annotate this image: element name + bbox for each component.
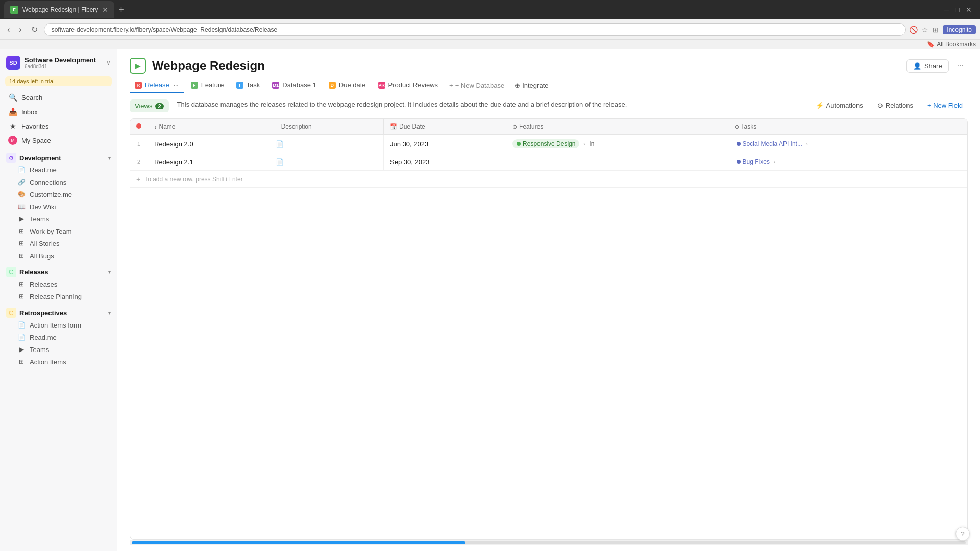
sidebar-item-favorites[interactable]: ★ Favorites [2, 119, 115, 133]
sidebar-item-all-bugs[interactable]: ⊞ All Bugs [2, 249, 115, 262]
tab-database1[interactable]: D1 Database 1 [267, 78, 322, 93]
layout-icon[interactable]: ⊞ [933, 26, 939, 34]
sidebar-item-all-stories[interactable]: ⊞ All Stories [2, 237, 115, 249]
due-date-icon: 📅 [390, 123, 397, 130]
address-bar[interactable]: software-development.fibery.io/fibery/sp… [44, 23, 906, 36]
teams-dev-icon: ▶ [17, 215, 26, 223]
workspace-name: Software Development [24, 56, 102, 64]
col-indicator [130, 119, 148, 135]
sidebar-item-teams-retro[interactable]: ▶ Teams [2, 343, 115, 356]
tab-task[interactable]: T Task [231, 78, 265, 93]
scrollbar-thumb[interactable] [132, 541, 465, 544]
integrate-button[interactable]: ⊕ Integrate [510, 79, 552, 92]
row-1-tasks[interactable]: Social Media API Int... › [728, 135, 967, 153]
tasks-arrow-2[interactable]: › [774, 159, 775, 165]
db-tools: ⚡ Automations ⊙ Relations + New Field [811, 99, 968, 111]
more-options-button[interactable]: ··· [953, 59, 968, 73]
sidebar-item-readme-retro[interactable]: 📄 Read.me [2, 331, 115, 343]
social-media-task-tag: Social Media API Int... [734, 139, 804, 148]
horizontal-scrollbar[interactable] [130, 540, 968, 545]
browser-tab-active[interactable]: F Webpage Redesign | Fibery ✕ [4, 1, 114, 18]
responsive-design-tag: Responsive Design [512, 139, 579, 148]
reload-button[interactable]: ↻ [28, 22, 41, 36]
sidebar-item-inbox[interactable]: 📥 Inbox [2, 105, 115, 119]
url-text: software-development.fibery.io/fibery/sp… [52, 26, 899, 33]
tab-title: Webpage Redesign | Fibery [22, 6, 98, 13]
sidebar-item-releases[interactable]: ⊞ Releases [2, 278, 115, 290]
views-button[interactable]: Views 2 [130, 99, 169, 112]
features-icon: ⊙ [512, 123, 517, 130]
close-window-button[interactable]: ✕ [966, 6, 972, 14]
tab-bar: R Release ··· F Feature T Task D1 Databa… [117, 74, 980, 93]
browser-tabs: F Webpage Redesign | Fibery ✕ + ─ □ ✕ [0, 0, 980, 19]
back-button[interactable]: ‹ [4, 23, 13, 36]
col-due-date: 📅 Due Date [384, 119, 506, 135]
add-row-hint-text: To add a new row, press Shift+Enter [144, 176, 242, 183]
features-arrow[interactable]: › [583, 141, 585, 147]
my-space-icon: M [8, 136, 17, 145]
close-tab-icon[interactable]: ✕ [102, 6, 108, 14]
sidebar-item-customize[interactable]: 🎨 Customize.me [2, 188, 115, 201]
release-tab-dots[interactable]: ··· [174, 82, 179, 89]
bookmarks-bar: 🔖 All Bookmarks [0, 40, 980, 49]
add-row-hint-row[interactable]: + To add a new row, press Shift+Enter [130, 171, 967, 188]
sidebar-item-readme-dev[interactable]: 📄 Read.me [2, 164, 115, 176]
tasks-arrow-1[interactable]: › [806, 141, 808, 147]
minimize-button[interactable]: ─ [944, 6, 949, 14]
row-2-num: 2 [130, 153, 148, 171]
tab-due-date[interactable]: D Due date [324, 78, 371, 93]
page-icon-button[interactable]: ▶ [130, 58, 146, 74]
bookmark-icon[interactable]: ☆ [922, 26, 928, 34]
new-database-plus-icon: + [449, 82, 453, 89]
sidebar-item-action-items[interactable]: ⊞ Action Items [2, 356, 115, 368]
data-table: ↕ Name ≡ Description [130, 118, 968, 540]
browser-nav: ‹ › ↻ software-development.fibery.io/fib… [0, 19, 980, 40]
help-button[interactable]: ? [955, 527, 970, 541]
sidebar-item-my-space[interactable]: M My Space [2, 133, 115, 147]
share-button[interactable]: 👤 Share [906, 59, 949, 73]
content-area: Views 2 This database manages the releas… [117, 93, 980, 551]
product-reviews-tab-icon: PR [378, 82, 385, 89]
sidebar-item-dev-wiki[interactable]: 📖 Dev Wiki [2, 201, 115, 213]
sidebar-item-action-items-form[interactable]: 📄 Action Items form [2, 319, 115, 331]
row-2-description[interactable]: 📄 [270, 153, 384, 171]
camera-off-icon[interactable]: 🚫 [909, 26, 918, 34]
sidebar-item-connections[interactable]: 🔗 Connections [2, 176, 115, 188]
new-tab-button[interactable]: + [116, 3, 126, 17]
tab-release[interactable]: R Release ··· [130, 78, 184, 93]
section-header-development[interactable]: ⚙ Development ▾ [0, 149, 117, 164]
row-2-tasks[interactable]: Bug Fixes › [728, 153, 967, 171]
table-header-row: ↕ Name ≡ Description [130, 119, 967, 135]
readme-dev-icon: 📄 [17, 166, 26, 174]
retrospectives-chevron-icon: ▾ [108, 310, 111, 316]
sidebar-item-teams-dev[interactable]: ▶ Teams [2, 213, 115, 225]
forward-button[interactable]: › [16, 23, 24, 36]
browser-chrome: F Webpage Redesign | Fibery ✕ + ─ □ ✕ ‹ … [0, 0, 980, 49]
row-1-description[interactable]: 📄 [270, 135, 384, 153]
row-1-features[interactable]: Responsive Design › In [506, 135, 728, 153]
sidebar-item-work-by-team[interactable]: ⊞ Work by Team [2, 225, 115, 237]
table-row: 2 Redesign 2.1 📄 Sep 30, 2023 Bug Fixes [130, 153, 967, 171]
relations-button[interactable]: ⊙ Relations [872, 99, 918, 111]
sidebar-item-release-planning[interactable]: ⊞ Release Planning [2, 290, 115, 303]
tab-feature[interactable]: F Feature [186, 78, 229, 93]
section-header-retrospectives[interactable]: ⬡ Retrospectives ▾ [0, 305, 117, 319]
incognito-label[interactable]: Incognito [943, 25, 976, 34]
row-2-name[interactable]: Redesign 2.1 [148, 153, 270, 171]
add-row-button[interactable]: + To add a new row, press Shift+Enter [130, 171, 967, 187]
description-row: Views 2 This database manages the releas… [130, 99, 968, 112]
workspace-header[interactable]: SD Software Development 6ad8d3d1 ∨ [0, 49, 117, 74]
automations-button[interactable]: ⚡ Automations [811, 99, 868, 111]
new-database-button[interactable]: + + New Database [445, 79, 508, 92]
tab-product-reviews[interactable]: PR Product Reviews [373, 78, 444, 93]
search-icon: 🔍 [8, 93, 17, 102]
maximize-button[interactable]: □ [955, 6, 960, 14]
add-plus-icon: + [136, 175, 140, 183]
row-1-name[interactable]: Redesign 2.0 [148, 135, 270, 153]
releases-section-icon: ⬡ [6, 267, 16, 277]
section-header-releases[interactable]: ⬡ Releases ▾ [0, 264, 117, 278]
favorites-icon: ★ [8, 121, 17, 131]
new-field-button[interactable]: + New Field [922, 99, 968, 111]
sidebar-item-search[interactable]: 🔍 Search [2, 90, 115, 105]
tasks-icon: ⊙ [734, 123, 739, 130]
